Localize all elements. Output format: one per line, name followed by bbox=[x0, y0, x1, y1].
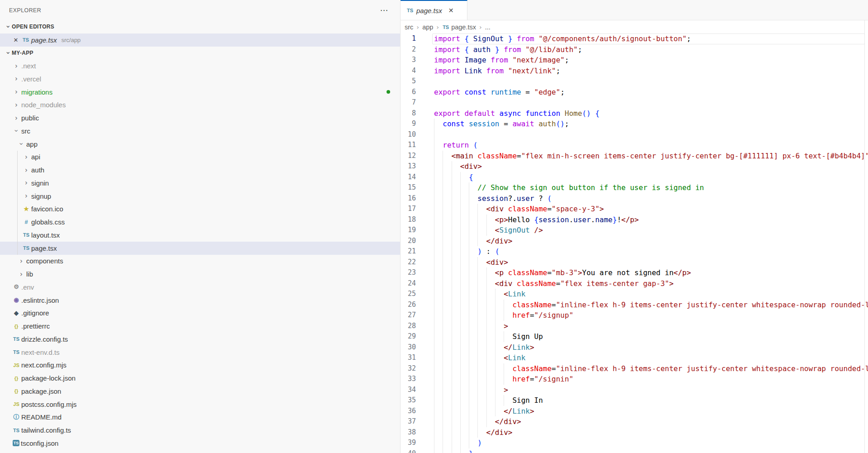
line-number[interactable]: 37 bbox=[401, 416, 434, 427]
code-line-26[interactable]: 26 className="inline-flex h-9 items-cent… bbox=[401, 300, 868, 310]
tree-file-package.json[interactable]: {}package.json bbox=[0, 385, 400, 398]
line-number[interactable]: 20 bbox=[401, 236, 434, 247]
code-line-30[interactable]: 30 </Link> bbox=[401, 342, 868, 353]
code-line-32[interactable]: 32 className="inline-flex h-9 items-cent… bbox=[401, 363, 868, 374]
code-line-4[interactable]: 4import Link from "next/link"; bbox=[401, 66, 868, 76]
code-line-34[interactable]: 34 > bbox=[401, 385, 868, 396]
code-line-19[interactable]: 19 <SignOut /> bbox=[401, 225, 868, 236]
code-line-18[interactable]: 18 <p>Hello {session.user.name}!</p> bbox=[401, 215, 868, 225]
tree-folder-signin[interactable]: ›signin bbox=[0, 176, 400, 190]
tree-file-favicon.ico[interactable]: ★favicon.ico bbox=[0, 203, 400, 216]
line-number[interactable]: 28 bbox=[401, 321, 434, 332]
tree-folder-.vercel[interactable]: ›.vercel bbox=[0, 72, 400, 86]
code-line-10[interactable]: 10 bbox=[401, 129, 868, 140]
line-number[interactable]: 1 bbox=[401, 33, 434, 44]
line-number[interactable]: 23 bbox=[401, 267, 434, 278]
more-actions-icon[interactable]: ⋯ bbox=[380, 6, 388, 14]
code-line-17[interactable]: 17 <div className="space-y-3"> bbox=[401, 204, 868, 215]
tree-file-.env[interactable]: ⚙.env bbox=[0, 281, 400, 294]
tree-folder-migrations[interactable]: ›migrations bbox=[0, 86, 400, 99]
line-number[interactable]: 30 bbox=[401, 342, 434, 353]
line-number[interactable]: 26 bbox=[401, 300, 434, 310]
tree-folder-components[interactable]: ›components bbox=[0, 255, 400, 268]
tree-folder-auth[interactable]: ›auth bbox=[0, 163, 400, 176]
tree-folder-public[interactable]: ›public bbox=[0, 111, 400, 124]
line-number[interactable]: 40 bbox=[401, 448, 434, 453]
tree-folder-api[interactable]: ›api bbox=[0, 151, 400, 164]
code-line-2[interactable]: 2import { auth } from "@/lib/auth"; bbox=[401, 44, 868, 55]
breadcrumb-item-app[interactable]: app bbox=[422, 24, 433, 31]
line-number[interactable]: 4 bbox=[401, 66, 434, 76]
line-number[interactable]: 24 bbox=[401, 278, 434, 289]
tree-folder-.next[interactable]: ›.next bbox=[0, 59, 400, 72]
line-number[interactable]: 32 bbox=[401, 363, 434, 374]
close-icon[interactable]: ✕ bbox=[12, 37, 19, 43]
breadcrumb-item-page-tsx[interactable]: TSpage.tsx bbox=[442, 24, 476, 31]
line-number[interactable]: 18 bbox=[401, 215, 434, 225]
tree-file-next-env.d.ts[interactable]: TSnext-env.d.ts bbox=[0, 346, 400, 359]
line-number[interactable]: 34 bbox=[401, 385, 434, 396]
code-line-21[interactable]: 21 ) : ( bbox=[401, 246, 868, 257]
code-line-1[interactable]: 1import { SignOut } from "@/components/a… bbox=[401, 33, 868, 44]
code-line-7[interactable]: 7 bbox=[401, 97, 868, 108]
code-line-16[interactable]: 16 session?.user ? ( bbox=[401, 193, 868, 204]
code-line-13[interactable]: 13 <div> bbox=[401, 161, 868, 172]
line-number[interactable]: 36 bbox=[401, 406, 434, 417]
code-line-12[interactable]: 12 <main className="flex min-h-screen it… bbox=[401, 151, 868, 162]
line-number[interactable]: 21 bbox=[401, 246, 434, 257]
open-editor-item-page-tsx[interactable]: ✕ TS page.tsx src/app bbox=[0, 33, 400, 47]
code-line-14[interactable]: 14 { bbox=[401, 172, 868, 183]
tree-file-globals.css[interactable]: #globals.css bbox=[0, 215, 400, 229]
line-number[interactable]: 9 bbox=[401, 119, 434, 129]
line-number[interactable]: 29 bbox=[401, 331, 434, 342]
line-number[interactable]: 13 bbox=[401, 161, 434, 172]
line-number[interactable]: 33 bbox=[401, 374, 434, 385]
code-line-25[interactable]: 25 <Link bbox=[401, 289, 868, 300]
code-line-3[interactable]: 3import Image from "next/image"; bbox=[401, 55, 868, 66]
code-line-29[interactable]: 29 Sign Up bbox=[401, 331, 868, 342]
tree-file-.prettierrc[interactable]: {}.prettierrc bbox=[0, 319, 400, 333]
tree-folder-lib[interactable]: ›lib bbox=[0, 267, 400, 281]
code-line-28[interactable]: 28 > bbox=[401, 321, 868, 332]
line-number[interactable]: 6 bbox=[401, 87, 434, 98]
line-number[interactable]: 16 bbox=[401, 193, 434, 204]
tree-folder-app[interactable]: ›app bbox=[0, 138, 400, 151]
line-number[interactable]: 17 bbox=[401, 204, 434, 215]
code-line-5[interactable]: 5 bbox=[401, 76, 868, 87]
code-line-24[interactable]: 24 <div className="flex items-center gap… bbox=[401, 278, 868, 289]
line-number[interactable]: 8 bbox=[401, 108, 434, 119]
code-line-23[interactable]: 23 <p className="mb-3">You are not signe… bbox=[401, 267, 868, 278]
tree-file-.eslintrc.json[interactable]: ◉.eslintrc.json bbox=[0, 294, 400, 307]
breadcrumb-item--[interactable]: ... bbox=[485, 24, 491, 31]
tree-file-page.tsx[interactable]: TSpage.tsx bbox=[0, 242, 400, 255]
line-number[interactable]: 5 bbox=[401, 76, 434, 87]
tree-file-package-lock.json[interactable]: {}package-lock.json bbox=[0, 372, 400, 385]
tab-page-tsx[interactable]: TS page.tsx ✕ bbox=[401, 0, 467, 20]
tree-file-tailwind.config.ts[interactable]: TStailwind.config.ts bbox=[0, 424, 400, 437]
line-number[interactable]: 10 bbox=[401, 129, 434, 140]
code-line-39[interactable]: 39 ) bbox=[401, 438, 868, 448]
code-line-31[interactable]: 31 <Link bbox=[401, 353, 868, 363]
project-root-header[interactable]: › MY-APP bbox=[0, 47, 400, 60]
line-number[interactable]: 25 bbox=[401, 289, 434, 300]
close-icon[interactable]: ✕ bbox=[448, 7, 454, 14]
line-number[interactable]: 38 bbox=[401, 427, 434, 438]
code-line-33[interactable]: 33 href="/signin" bbox=[401, 374, 868, 385]
line-number[interactable]: 35 bbox=[401, 395, 434, 406]
code-line-8[interactable]: 8export default async function Home() { bbox=[401, 108, 868, 119]
code-line-40[interactable]: 40 } bbox=[401, 448, 868, 453]
line-number[interactable]: 14 bbox=[401, 172, 434, 183]
tree-file-postcss.config.mjs[interactable]: JSpostcss.config.mjs bbox=[0, 398, 400, 411]
tree-file-drizzle.config.ts[interactable]: TSdrizzle.config.ts bbox=[0, 333, 400, 346]
tree-file-layout.tsx[interactable]: TSlayout.tsx bbox=[0, 229, 400, 242]
line-number[interactable]: 7 bbox=[401, 97, 434, 108]
tree-folder-node_modules[interactable]: ›node_modules bbox=[0, 99, 400, 112]
line-number[interactable]: 27 bbox=[401, 310, 434, 321]
line-number[interactable]: 22 bbox=[401, 257, 434, 268]
code-line-37[interactable]: 37 </div> bbox=[401, 416, 868, 427]
code-area[interactable]: 1import { SignOut } from "@/components/a… bbox=[401, 33, 868, 453]
tree-file-next.config.mjs[interactable]: JSnext.config.mjs bbox=[0, 359, 400, 372]
line-number[interactable]: 11 bbox=[401, 140, 434, 151]
line-number[interactable]: 19 bbox=[401, 225, 434, 236]
code-line-35[interactable]: 35 Sign In bbox=[401, 395, 868, 406]
